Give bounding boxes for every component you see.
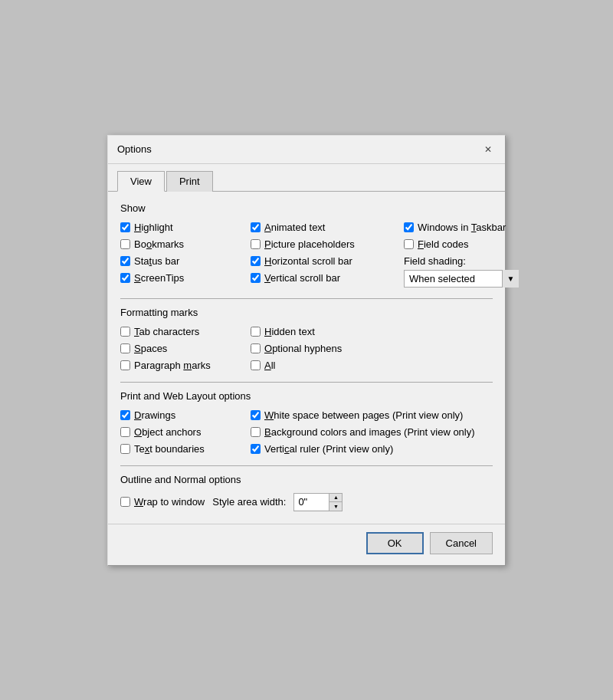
checkbox-vertical-scroll: Vertical scroll bar xyxy=(251,272,396,284)
picture-placeholders-checkbox[interactable] xyxy=(251,239,261,249)
field-shading-group: Field shading: Always When selected Neve… xyxy=(404,255,519,288)
status-bar-checkbox[interactable] xyxy=(120,256,130,266)
checkbox-field-codes: Field codes xyxy=(404,238,519,250)
windows-taskbar-label[interactable]: Windows in Taskbar xyxy=(418,222,506,233)
background-colors-label[interactable]: Background colors and images (Print view… xyxy=(264,426,475,438)
checkbox-white-space: White space between pages (Print view on… xyxy=(251,409,493,421)
divider-3 xyxy=(120,465,493,466)
formatting-col2: Hidden text Optional hyphens All xyxy=(251,326,396,371)
text-boundaries-checkbox[interactable] xyxy=(120,444,130,454)
checkbox-drawings: Drawings xyxy=(120,409,243,421)
vertical-ruler-checkbox[interactable] xyxy=(251,444,261,454)
windows-taskbar-checkbox[interactable] xyxy=(404,222,414,232)
outline-options-row: Wrap to window Style area width: ▲ ▼ xyxy=(120,493,493,511)
object-anchors-checkbox[interactable] xyxy=(120,427,130,437)
options-dialog: Options ✕ View Print Show Highlight Book… xyxy=(107,135,506,566)
paragraph-marks-label[interactable]: Paragraph marks xyxy=(134,360,211,371)
checkbox-paragraph-marks: Paragraph marks xyxy=(120,360,243,371)
spaces-label[interactable]: Spaces xyxy=(134,343,167,354)
field-shading-label: Field shading: xyxy=(404,255,519,267)
spaces-checkbox[interactable] xyxy=(120,343,130,353)
style-area-input[interactable] xyxy=(294,494,329,510)
ok-button[interactable]: OK xyxy=(366,532,424,554)
drawings-checkbox[interactable] xyxy=(120,410,130,420)
bookmarks-checkbox[interactable] xyxy=(120,239,130,249)
status-bar-label[interactable]: Status bar xyxy=(134,255,179,267)
style-area-label: Style area width: xyxy=(212,496,286,508)
title-bar: Options ✕ xyxy=(108,136,505,164)
text-boundaries-label[interactable]: Text boundaries xyxy=(134,443,205,455)
screen-tips-label[interactable]: ScreenTips xyxy=(134,272,184,284)
checkbox-background-colors: Background colors and images (Print view… xyxy=(251,426,493,438)
vertical-scroll-label[interactable]: Vertical scroll bar xyxy=(264,272,340,284)
checkbox-all: All xyxy=(251,360,396,371)
vertical-ruler-label[interactable]: Vertical ruler (Print view only) xyxy=(264,443,393,455)
field-shading-select-wrapper: Always When selected Never ▼ xyxy=(404,270,519,288)
optional-hyphens-label[interactable]: Optional hyphens xyxy=(264,343,342,354)
field-codes-checkbox[interactable] xyxy=(404,239,414,249)
horizontal-scroll-checkbox[interactable] xyxy=(251,256,261,266)
background-colors-checkbox[interactable] xyxy=(251,427,261,437)
white-space-label[interactable]: White space between pages (Print view on… xyxy=(264,409,463,421)
tab-chars-checkbox[interactable] xyxy=(120,327,130,337)
field-codes-label[interactable]: Field codes xyxy=(418,238,469,250)
checkbox-picture-placeholders: Picture placeholders xyxy=(251,238,396,250)
all-label[interactable]: All xyxy=(264,360,275,371)
highlight-label[interactable]: Highlight xyxy=(134,222,173,233)
hidden-text-checkbox[interactable] xyxy=(251,327,261,337)
hidden-text-label[interactable]: Hidden text xyxy=(264,326,315,337)
spinner-buttons: ▲ ▼ xyxy=(329,494,342,511)
cancel-button[interactable]: Cancel xyxy=(430,532,493,554)
print-web-grid: Drawings Object anchors Text boundaries … xyxy=(120,409,493,455)
all-checkbox[interactable] xyxy=(251,360,261,370)
close-button[interactable]: ✕ xyxy=(480,142,496,157)
show-col3: Windows in Taskbar Field codes Field sha… xyxy=(404,222,519,288)
vertical-scroll-checkbox[interactable] xyxy=(251,273,261,283)
wrap-to-window-label[interactable]: Wrap to window xyxy=(134,496,205,508)
bookmarks-label[interactable]: Bookmarks xyxy=(134,238,184,250)
checkbox-horizontal-scroll: Horizontal scroll bar xyxy=(251,255,396,267)
animated-text-label[interactable]: Animated text xyxy=(264,222,326,233)
style-area-spinner: ▲ ▼ xyxy=(293,493,343,511)
tab-view[interactable]: View xyxy=(117,171,165,192)
spinner-down-button[interactable]: ▼ xyxy=(329,502,342,511)
checkbox-optional-hyphens: Optional hyphens xyxy=(251,343,396,354)
checkbox-wrap-to-window: Wrap to window xyxy=(120,496,205,508)
checkbox-text-boundaries: Text boundaries xyxy=(120,443,243,455)
field-shading-select[interactable]: Always When selected Never xyxy=(404,270,519,288)
checkbox-tab-chars: Tab characters xyxy=(120,326,243,337)
print-web-title: Print and Web Layout options xyxy=(120,390,493,402)
checkbox-bookmarks: Bookmarks xyxy=(120,238,243,250)
optional-hyphens-checkbox[interactable] xyxy=(251,343,261,353)
tab-chars-label[interactable]: Tab characters xyxy=(134,326,199,337)
checkbox-hidden-text: Hidden text xyxy=(251,326,396,337)
checkbox-vertical-ruler: Vertical ruler (Print view only) xyxy=(251,443,493,455)
checkbox-object-anchors: Object anchors xyxy=(120,426,243,438)
paragraph-marks-checkbox[interactable] xyxy=(120,360,130,370)
animated-text-checkbox[interactable] xyxy=(251,222,261,232)
spinner-up-button[interactable]: ▲ xyxy=(329,494,342,502)
checkbox-animated-text: Animated text xyxy=(251,222,396,233)
highlight-checkbox[interactable] xyxy=(120,222,130,232)
object-anchors-label[interactable]: Object anchors xyxy=(134,426,201,438)
wrap-to-window-checkbox[interactable] xyxy=(120,497,130,507)
tab-print[interactable]: Print xyxy=(166,171,213,192)
show-col1: Highlight Bookmarks Status bar ScreenTip… xyxy=(120,222,243,288)
show-col2: Animated text Picture placeholders Horiz… xyxy=(251,222,396,288)
divider-2 xyxy=(120,382,493,383)
checkbox-spaces: Spaces xyxy=(120,343,243,354)
picture-placeholders-label[interactable]: Picture placeholders xyxy=(264,238,355,250)
screen-tips-checkbox[interactable] xyxy=(120,273,130,283)
dialog-footer: OK Cancel xyxy=(108,524,505,565)
checkbox-status-bar: Status bar xyxy=(120,255,243,267)
horizontal-scroll-label[interactable]: Horizontal scroll bar xyxy=(264,255,352,267)
show-section-title: Show xyxy=(120,202,493,214)
formatting-col1: Tab characters Spaces Paragraph marks xyxy=(120,326,243,371)
checkbox-windows-taskbar: Windows in Taskbar xyxy=(404,222,519,233)
print-web-col2: White space between pages (Print view on… xyxy=(251,409,493,455)
formatting-marks-grid: Tab characters Spaces Paragraph marks Hi… xyxy=(120,326,493,371)
tab-view-content: Show Highlight Bookmarks Status bar xyxy=(108,192,505,519)
show-grid: Highlight Bookmarks Status bar ScreenTip… xyxy=(120,222,493,288)
drawings-label[interactable]: Drawings xyxy=(134,409,175,421)
white-space-checkbox[interactable] xyxy=(251,410,261,420)
